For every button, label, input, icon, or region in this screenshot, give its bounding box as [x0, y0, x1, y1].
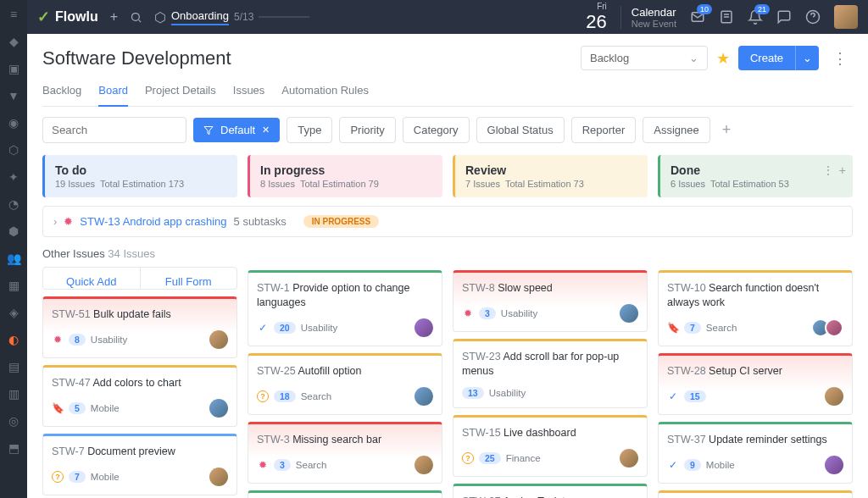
issue-card[interactable]: STW-28 Setup CI server✓15 [658, 353, 853, 415]
nav-item-7[interactable]: ◔ [6, 196, 21, 212]
nav-item-5[interactable]: ⬡ [6, 142, 21, 158]
column-header[interactable]: Done6 Issues Total Estimation 53⋮+ [658, 155, 853, 197]
nav-item-9[interactable]: 👥 [6, 251, 21, 266]
issue-card[interactable]: STW-1 Provide option to change languages… [248, 270, 442, 346]
create-button[interactable]: Create [738, 46, 795, 70]
full-form-button[interactable]: Full Form [141, 268, 237, 289]
onboarding-progress: 5/13 [234, 11, 253, 23]
filter-priority[interactable]: Priority [339, 117, 395, 143]
category-label: Search [706, 323, 737, 333]
quick-add-button[interactable]: Quick Add [43, 268, 141, 289]
issue-card[interactable]: STW-27 Assign Task to area?9Collaboratio… [453, 484, 648, 499]
add-icon[interactable]: + [110, 9, 118, 25]
nav-item-12[interactable]: ▤ [6, 359, 21, 374]
pinned-issue-link: STW-13 Android app crashing [80, 215, 226, 228]
nav-item-11[interactable]: ◈ [6, 305, 21, 320]
onboarding[interactable]: ⬡ Onboarding 5/13 [154, 9, 309, 25]
estimation-badge: 20 [274, 322, 296, 334]
search-icon[interactable] [130, 11, 142, 24]
nav-item-13[interactable]: ▥ [6, 386, 21, 401]
card-title: STW-8 Slow speed [462, 281, 638, 296]
brand[interactable]: ✓ Flowlu [37, 8, 98, 26]
svg-point-0 [132, 13, 140, 20]
more-icon[interactable]: ⋮ [827, 49, 853, 68]
onboarding-label: Onboarding [171, 9, 229, 25]
nav-item-10[interactable]: ▦ [6, 278, 21, 293]
filter-type[interactable]: Type [287, 117, 332, 143]
issue-card[interactable]: STW-12 Poor readability🔖8Usability [658, 490, 853, 499]
assignee-avatar [415, 456, 433, 474]
issue-card[interactable]: STW-3 Missing search bar✹3Search [248, 422, 442, 484]
issue-card[interactable]: STW-10 Search function doesn't always wo… [658, 270, 853, 346]
assignee-avatar [209, 330, 228, 349]
column-more-icon[interactable]: ⋮ [822, 163, 834, 177]
pinned-issue[interactable]: ›✹STW-13 Android app crashing5 subtasksI… [42, 206, 853, 237]
nav-item-6[interactable]: ✦ [6, 169, 21, 185]
search-input[interactable] [42, 117, 186, 143]
estimation-badge: 9 [684, 459, 701, 471]
issue-card[interactable]: STW-51 Bulk update fails✹8Usability [42, 296, 237, 358]
check-icon: ✓ [667, 390, 679, 402]
date-block[interactable]: Fri 26 [586, 2, 606, 33]
issue-card[interactable]: STW-15 Live dashboard?25Finance [453, 415, 648, 477]
card-title: STW-25 Autofill option [257, 364, 433, 379]
assignee-avatar [620, 304, 638, 323]
nav-item-15[interactable]: ⬒ [6, 440, 21, 456]
help-icon[interactable] [805, 9, 821, 25]
view-select[interactable]: Backlog [581, 46, 708, 70]
card-title: STW-51 Bulk update fails [52, 307, 228, 322]
rocket-icon: ⬡ [154, 9, 166, 25]
filter-global-status[interactable]: Global Status [476, 117, 565, 143]
issue-card[interactable]: STW-8 Slow speed✹3Usability [453, 270, 648, 332]
clear-filter-icon[interactable]: ✕ [262, 125, 270, 136]
nav-item-active[interactable]: ◐ [6, 332, 21, 347]
column-meta: 19 Issues Total Estimation 173 [55, 179, 227, 189]
filter-reporter[interactable]: Reporter [571, 117, 637, 143]
category-label: Finance [506, 453, 541, 463]
inbox-icon[interactable]: 10 [690, 9, 705, 25]
sidebar-nav: ≡ ◆ ▣ ▼ ◉ ⬡ ✦ ◔ ⬢ 👥 ▦ ◈ ◐ ▤ ▥ ◎ ⬒ [0, 0, 27, 498]
issue-card[interactable]: STW-47 Add colors to chart🔖5Mobile [42, 365, 237, 427]
nav-item-4[interactable]: ◉ [6, 115, 21, 130]
nav-item-3[interactable]: ▼ [6, 88, 21, 103]
column-header[interactable]: Review7 Issues Total Estimation 73 [453, 155, 648, 197]
tab-issues[interactable]: Issues [233, 79, 265, 106]
card-title: STW-1 Provide option to change languages [257, 281, 433, 310]
issue-card[interactable]: STW-4 PDF export?10Finance [248, 490, 442, 499]
filter-assignee[interactable]: Assignee [643, 117, 709, 143]
estimation-badge: 5 [69, 402, 86, 414]
filter-category[interactable]: Category [403, 117, 470, 143]
user-avatar[interactable] [834, 5, 858, 29]
tab-board[interactable]: Board [98, 79, 128, 107]
assignee-avatar [209, 468, 228, 486]
filter-default[interactable]: Default ✕ [193, 118, 280, 142]
assignee-avatar [209, 399, 228, 418]
bell-icon[interactable]: 21 [748, 9, 763, 25]
estimation-badge: 13 [462, 387, 484, 399]
nav-item-8[interactable]: ⬢ [6, 224, 21, 239]
issue-card[interactable]: STW-23 Add scroll bar for pop-up menus13… [453, 339, 648, 408]
column-header[interactable]: In progress8 Issues Total Estimation 79 [248, 155, 442, 197]
bug-icon: ✹ [52, 334, 64, 346]
card-title: STW-37 Update reminder settings [667, 433, 843, 447]
bell-badge: 21 [754, 4, 770, 14]
nav-item-2[interactable]: ▣ [6, 61, 21, 76]
add-filter-icon[interactable]: + [717, 121, 737, 139]
create-dropdown[interactable]: ⌄ [795, 46, 819, 70]
issue-card[interactable]: STW-37 Update reminder settings✓9Mobile [658, 422, 853, 484]
tab-project-details[interactable]: Project Details [145, 79, 216, 106]
tab-backlog[interactable]: Backlog [42, 79, 81, 106]
notes-icon[interactable] [719, 9, 734, 25]
chat-icon[interactable] [776, 9, 792, 25]
calendar-block[interactable]: Calendar New Event [620, 6, 676, 29]
issue-card[interactable]: STW-7 Document preview?7Mobile [42, 434, 237, 495]
column-add-icon[interactable]: + [839, 163, 846, 177]
column-header[interactable]: To do19 Issues Total Estimation 173 [42, 155, 237, 197]
issue-card[interactable]: STW-25 Autofill option?18Search [248, 353, 442, 415]
nav-item-14[interactable]: ◎ [6, 413, 21, 429]
nav-menu-icon[interactable]: ≡ [6, 7, 21, 22]
star-icon[interactable]: ★ [716, 49, 730, 68]
tab-automation[interactable]: Automation Rules [281, 79, 369, 106]
nav-item-1[interactable]: ◆ [6, 34, 21, 49]
check-icon: ✓ [667, 459, 679, 471]
